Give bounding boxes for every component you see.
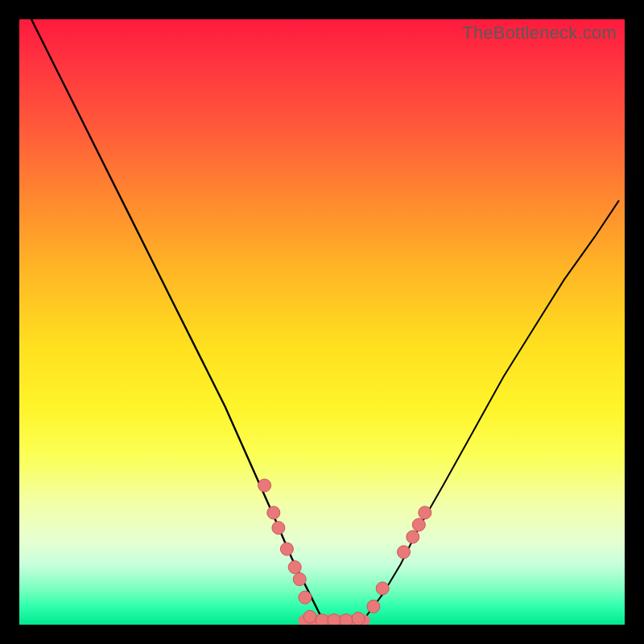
data-point: [267, 506, 280, 519]
watermark-text: TheBottleneck.com: [462, 23, 617, 43]
data-point: [328, 614, 341, 625]
data-point: [258, 479, 271, 492]
data-point: [303, 610, 316, 623]
data-point: [272, 522, 285, 535]
data-point: [293, 573, 306, 586]
data-point: [288, 561, 301, 574]
data-point: [352, 613, 365, 625]
data-point: [376, 582, 389, 595]
data-point: [340, 614, 353, 625]
chart-svg: [19, 19, 625, 625]
outer-frame: TheBottleneck.com: [0, 0, 644, 644]
data-point: [419, 506, 431, 519]
data-point: [407, 530, 419, 543]
data-point: [398, 546, 411, 559]
data-point: [299, 591, 312, 604]
data-point: [316, 614, 328, 625]
data-point: [412, 518, 425, 531]
plot-area: TheBottleneck.com: [19, 19, 625, 625]
data-point: [280, 543, 293, 555]
data-point: [367, 600, 380, 613]
